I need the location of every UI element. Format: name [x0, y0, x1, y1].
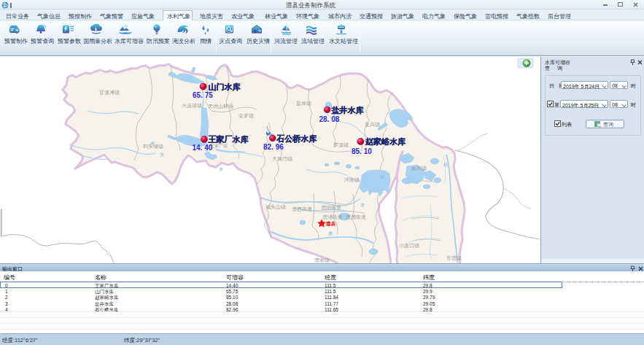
svg-text:澧浦街道: 澧浦街道 [322, 214, 343, 220]
svg-text:小渡口镇: 小渡口镇 [399, 243, 419, 249]
svg-text:14. 40: 14. 40 [193, 144, 213, 152]
svg-text:大堰垱镇: 大堰垱镇 [272, 156, 292, 162]
svg-text:甘溪滩镇: 甘溪滩镇 [98, 90, 120, 96]
svg-text:城头山镇: 城头山镇 [265, 204, 286, 210]
svg-text:如东镇: 如东镇 [411, 166, 427, 171]
svg-text:王家厂水库: 王家厂水库 [208, 135, 249, 144]
svg-text:65. 75: 65. 75 [193, 91, 213, 99]
svg-text:涔南镇: 涔南镇 [344, 177, 360, 183]
svg-text:澧县: 澧县 [325, 221, 336, 227]
svg-text:金罗镇: 金罗镇 [238, 113, 254, 119]
svg-text:85. 10: 85. 10 [352, 147, 372, 155]
svg-text:梦溪镇: 梦溪镇 [333, 142, 349, 148]
svg-text:澧澹街道: 澧澹街道 [346, 214, 366, 220]
svg-text:复兴镇: 复兴镇 [365, 122, 380, 128]
svg-text:澧南镇: 澧南镇 [314, 257, 330, 263]
svg-text:火连坡镇: 火连坡镇 [182, 103, 202, 109]
svg-text:赵家峪水库: 赵家峪水库 [365, 137, 406, 146]
svg-text:盐井镇: 盐井镇 [296, 101, 311, 106]
svg-text:澧阳街道: 澧阳街道 [321, 205, 341, 211]
svg-text:澧西街道: 澧西街道 [292, 206, 312, 212]
svg-text:澹: 澹 [328, 231, 333, 236]
svg-text:官垸镇: 官垸镇 [446, 255, 462, 261]
svg-text:石公桥水库: 石公桥水库 [276, 134, 317, 143]
svg-text:82. 96: 82. 96 [263, 143, 284, 151]
svg-text:山门水库: 山门水库 [209, 82, 241, 91]
svg-text:28. 08: 28. 08 [319, 115, 340, 123]
svg-text:盐井水库: 盐井水库 [331, 106, 364, 115]
svg-text:天供山林场: 天供山林场 [208, 104, 233, 109]
svg-text:松: 松 [443, 163, 448, 167]
svg-text:水: 水 [219, 167, 223, 171]
svg-text:涔: 涔 [150, 142, 155, 146]
svg-text:水: 水 [360, 203, 365, 207]
svg-text:水: 水 [380, 175, 384, 179]
svg-text:水: 水 [160, 152, 164, 157]
